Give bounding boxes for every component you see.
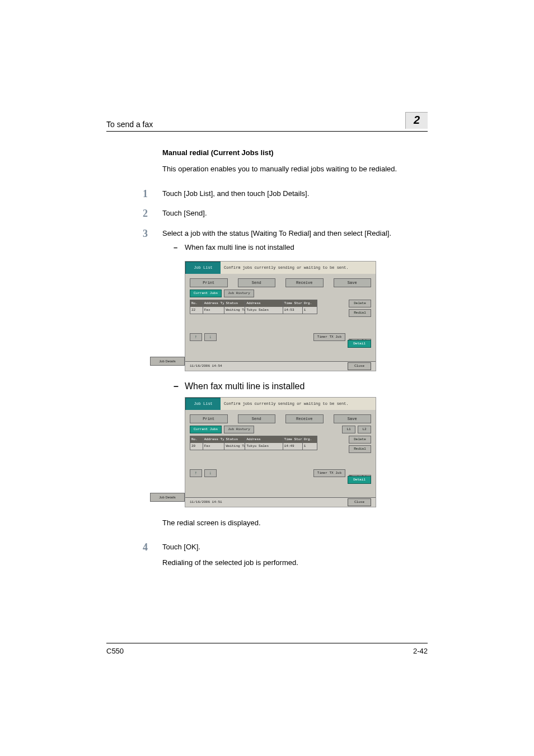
cell-time: 14:49 <box>283 443 303 450</box>
footer-model: C550 <box>106 647 124 655</box>
detail-button[interactable]: Detail <box>348 476 371 484</box>
col-type: Address Type <box>203 300 225 307</box>
cell-type: Fax <box>203 443 225 450</box>
note-after-shots: The redial screen is displayed. <box>162 517 428 529</box>
col-status: Status <box>224 300 245 307</box>
redial-button[interactable]: Redial <box>349 309 371 317</box>
cell-org: 1 <box>303 307 317 314</box>
jobs-table: No. Address Type Status Address Time Sto… <box>190 436 317 450</box>
step-number: 3 <box>106 228 162 253</box>
tab-print[interactable]: Print <box>190 278 228 287</box>
bullet-text: When fax multi line is installed <box>185 381 428 391</box>
section-intro: This operation enables you to manually r… <box>162 164 428 175</box>
close-button[interactable]: Close <box>348 498 371 506</box>
tab-send[interactable]: Send <box>238 278 276 287</box>
close-button[interactable]: Close <box>348 362 371 370</box>
timer-tx-job-button[interactable]: Timer TX Job <box>313 333 345 341</box>
col-type: Address Type <box>203 436 225 443</box>
footer-page: 2-42 <box>413 647 428 655</box>
job-list-tab[interactable]: Job List <box>185 398 221 410</box>
tab-send[interactable]: Send <box>238 414 276 423</box>
cell-status: Waiting To Redial <box>224 443 245 450</box>
col-time: Time Stored <box>283 436 303 443</box>
job-details-tab[interactable]: Job Details <box>150 493 185 502</box>
panel-caption: Confirm jobs currently sending or waitin… <box>221 398 376 410</box>
bullet-dash: – <box>174 381 185 391</box>
timer-tx-job-button[interactable]: Timer TX Job <box>313 469 345 477</box>
tab-save[interactable]: Save <box>334 278 372 287</box>
step-text: Touch [Send]. <box>162 208 428 220</box>
cell-no: 20 <box>190 443 203 450</box>
col-status: Status <box>224 436 245 443</box>
down-arrow-button[interactable]: ↓ <box>204 469 217 477</box>
col-no: No. <box>190 300 203 307</box>
tab-current-jobs[interactable]: Current Jobs <box>190 426 222 433</box>
tab-job-history[interactable]: Job History <box>224 426 254 433</box>
l2-button[interactable]: L2 <box>358 426 371 433</box>
delete-button[interactable]: Delete <box>349 300 371 307</box>
down-arrow-button[interactable]: ↓ <box>204 333 217 341</box>
cell-address: Tokyo Sales <box>245 443 283 450</box>
step-text: Select a job with the status [Waiting To… <box>162 228 428 239</box>
table-row[interactable]: 20 Fax Waiting To Redial Tokyo Sales 14:… <box>190 443 317 450</box>
job-list-tab[interactable]: Job List <box>185 262 221 274</box>
up-arrow-button[interactable]: ↑ <box>190 333 202 341</box>
col-time: Time Stored <box>283 300 303 307</box>
page-footer: C550 2-42 <box>106 643 428 655</box>
col-org: Org. <box>303 436 317 443</box>
section-heading: Manual redial (Current Jobs list) <box>162 148 428 157</box>
tab-save[interactable]: Save <box>334 414 372 423</box>
col-no: No. <box>190 436 203 443</box>
tab-current-jobs[interactable]: Current Jobs <box>190 290 222 297</box>
panel-timestamp: 11/16/2006 14:51 <box>190 500 222 504</box>
step-text: Touch [Job List], and then touch [Job De… <box>162 188 428 200</box>
col-org: Org. <box>303 300 317 307</box>
cell-type: Fax <box>203 307 225 314</box>
bullet-text: When fax multi line is not installed <box>185 242 428 253</box>
detail-button[interactable]: Detail <box>348 340 371 348</box>
screen-panel: Job List Confirm jobs currently sending … <box>185 261 376 371</box>
tab-job-history[interactable]: Job History <box>224 290 254 297</box>
cell-status: Waiting To Redial <box>224 307 245 314</box>
l1-button[interactable]: L1 <box>342 426 355 433</box>
cell-time: 14:53 <box>283 307 303 314</box>
redial-button[interactable]: Redial <box>349 445 371 453</box>
col-address: Address <box>245 436 283 443</box>
step-number: 4 <box>106 542 162 568</box>
tab-receive[interactable]: Receive <box>285 278 324 287</box>
col-address: Address <box>245 300 283 307</box>
chapter-number: 2 <box>405 112 428 129</box>
panel-timestamp: 11/16/2006 14:54 <box>190 364 222 368</box>
page-header: To send a fax 2 <box>106 112 428 132</box>
step-number: 2 <box>106 208 162 220</box>
tab-receive[interactable]: Receive <box>285 414 324 423</box>
header-title: To send a fax <box>106 120 153 129</box>
job-details-tab[interactable]: Job Details <box>150 357 185 366</box>
delete-button[interactable]: Delete <box>349 436 371 444</box>
cell-address: Tokyo Sales <box>245 307 283 314</box>
tab-print[interactable]: Print <box>190 414 228 423</box>
step-text: Touch [OK]. <box>162 542 428 553</box>
panel-caption: Confirm jobs currently sending or waitin… <box>221 262 376 274</box>
cell-no: 22 <box>190 307 203 314</box>
cell-org: 1 <box>303 443 317 450</box>
step-followup: Redialing of the selected job is perform… <box>162 557 428 568</box>
screen-panel: Job List Confirm jobs currently sending … <box>185 397 376 507</box>
up-arrow-button[interactable]: ↑ <box>190 469 202 477</box>
jobs-table: No. Address Type Status Address Time Sto… <box>190 300 317 314</box>
step-number: 1 <box>106 188 162 200</box>
bullet-dash: – <box>174 242 185 253</box>
table-row[interactable]: 22 Fax Waiting To Redial Tokyo Sales 14:… <box>190 307 317 314</box>
